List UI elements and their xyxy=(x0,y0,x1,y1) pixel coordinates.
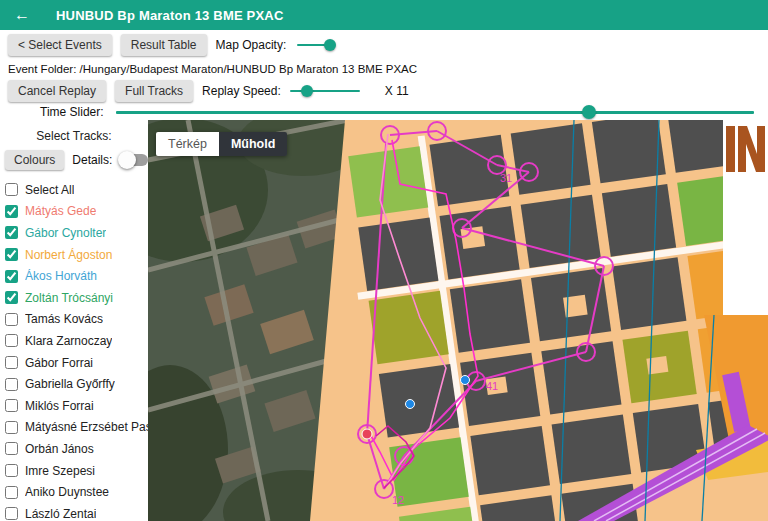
track-row[interactable]: Orbán János xyxy=(0,438,148,460)
result-table-button[interactable]: Result Table xyxy=(121,34,207,56)
track-checkbox[interactable] xyxy=(5,356,18,369)
details-label: Details: xyxy=(72,153,112,167)
select-events-button[interactable]: < Select Events xyxy=(8,34,112,56)
map-opacity-slider[interactable] xyxy=(297,44,335,46)
track-row[interactable]: Gabriella Győrffy xyxy=(0,373,148,395)
track-name: Gábor Cynolter xyxy=(25,226,106,240)
track-checkbox[interactable] xyxy=(5,270,18,283)
track-name: László Zentai xyxy=(25,507,96,521)
app-header: ← HUNBUD Bp Maraton 13 BME PXAC xyxy=(0,0,768,30)
map-opacity-label: Map Opacity: xyxy=(216,38,287,52)
control-number: 12 xyxy=(392,494,404,506)
track-row[interactable]: Gábor Forrai xyxy=(0,352,148,374)
details-toggle[interactable] xyxy=(120,154,148,166)
map-opacity-slider-thumb[interactable] xyxy=(324,39,336,51)
colours-button[interactable]: Colours xyxy=(5,150,64,170)
track-name: Tamás Kovács xyxy=(25,312,103,326)
replay-speed-value: X 11 xyxy=(385,84,409,98)
track-name: Mátyás Gede xyxy=(25,204,96,218)
time-slider[interactable] xyxy=(116,111,754,114)
track-name: Miklós Forrai xyxy=(25,399,94,413)
track-name: Norbert Ágoston xyxy=(25,248,112,262)
time-slider-label: Time Slider: xyxy=(40,105,104,119)
details-toggle-knob[interactable] xyxy=(118,151,136,169)
track-checkbox[interactable] xyxy=(5,486,18,499)
replay-speed-slider-thumb[interactable] xyxy=(301,85,313,97)
control-number: 41 xyxy=(486,380,498,392)
track-row[interactable]: Miklós Forrai xyxy=(0,395,148,417)
track-name: Ákos Horváth xyxy=(25,269,97,283)
track-checkbox[interactable] xyxy=(5,399,18,412)
track-row[interactable]: Klara Zarnoczay xyxy=(0,330,148,352)
track-row[interactable]: Imre Szepesi xyxy=(0,460,148,482)
main-content: Select Tracks: Colours Details: Select A… xyxy=(0,120,768,521)
track-name: Zoltán Trócsányi xyxy=(25,291,113,305)
back-arrow-icon[interactable]: ← xyxy=(14,7,30,23)
track-checkbox[interactable] xyxy=(5,205,18,218)
track-checkbox[interactable] xyxy=(5,378,18,391)
orienteering-map: 31 41 12 xyxy=(310,120,768,521)
track-name: Imre Szepesi xyxy=(25,464,95,478)
toolbar-row-2: Cancel Replay Full Tracks Replay Speed: … xyxy=(0,78,768,104)
track-row[interactable]: Gábor Cynolter xyxy=(0,222,148,244)
track-name: Orbán János xyxy=(25,442,94,456)
track-row[interactable]: László Zentai xyxy=(0,503,148,521)
replay-speed-slider[interactable] xyxy=(290,90,360,92)
track-list: Mátyás GedeGábor CynolterNorbert Ágoston… xyxy=(0,201,148,521)
track-row[interactable]: Mátyás Gede xyxy=(0,201,148,223)
map-area[interactable]: 31 41 12 Térkép Műhold xyxy=(148,120,768,521)
map-logo xyxy=(726,126,765,172)
map-view-button[interactable]: Térkép xyxy=(156,132,219,156)
control-number: 31 xyxy=(500,172,512,184)
event-folder-text: Event Folder: /Hungary/Budapest Maraton/… xyxy=(8,63,417,75)
track-row[interactable]: Norbert Ágoston xyxy=(0,244,148,266)
replay-speed-label: Replay Speed: xyxy=(202,84,281,98)
track-row[interactable]: Ákos Horváth xyxy=(0,265,148,287)
map-canvas[interactable]: 31 41 12 xyxy=(148,120,768,521)
full-tracks-button[interactable]: Full Tracks xyxy=(115,80,193,102)
track-name: Mátyásné Erzsébet Paskuj xyxy=(25,420,148,434)
track-checkbox[interactable] xyxy=(5,226,18,239)
select-all-row[interactable]: Select All xyxy=(0,179,148,201)
track-row[interactable]: Tamás Kovács xyxy=(0,309,148,331)
track-checkbox[interactable] xyxy=(5,507,18,520)
time-slider-row: Time Slider: xyxy=(0,104,768,120)
track-checkbox[interactable] xyxy=(5,464,18,477)
page-title: HUNBUD Bp Maraton 13 BME PXAC xyxy=(56,8,284,23)
event-folder-row: Event Folder: /Hungary/Budapest Maraton/… xyxy=(0,60,768,78)
track-name: Gabriella Győrffy xyxy=(25,377,115,391)
colours-row: Colours Details: xyxy=(0,147,148,179)
track-checkbox[interactable] xyxy=(5,334,18,347)
toolbar-row-1: < Select Events Result Table Map Opacity… xyxy=(0,30,768,60)
select-tracks-heading: Select Tracks: xyxy=(0,124,148,147)
track-row[interactable]: Zoltán Trócsányi xyxy=(0,287,148,309)
track-sidebar: Select Tracks: Colours Details: Select A… xyxy=(0,120,148,521)
track-row[interactable]: Aniko Duynstee xyxy=(0,481,148,503)
time-slider-thumb[interactable] xyxy=(582,105,596,119)
track-row[interactable]: Mátyásné Erzsébet Paskuj xyxy=(0,417,148,439)
track-checkbox[interactable] xyxy=(5,248,18,261)
cancel-replay-button[interactable]: Cancel Replay xyxy=(8,80,106,102)
track-name: Aniko Duynstee xyxy=(25,485,109,499)
track-checkbox[interactable] xyxy=(5,421,18,434)
track-checkbox[interactable] xyxy=(5,442,18,455)
track-name: Klara Zarnoczay xyxy=(25,334,112,348)
select-all-checkbox[interactable] xyxy=(5,183,18,196)
track-name: Gábor Forrai xyxy=(25,356,93,370)
track-checkbox[interactable] xyxy=(5,291,18,304)
satellite-view-button[interactable]: Műhold xyxy=(219,132,287,156)
select-all-label: Select All xyxy=(25,183,74,197)
map-type-switcher: Térkép Műhold xyxy=(156,132,287,156)
track-checkbox[interactable] xyxy=(5,313,18,326)
